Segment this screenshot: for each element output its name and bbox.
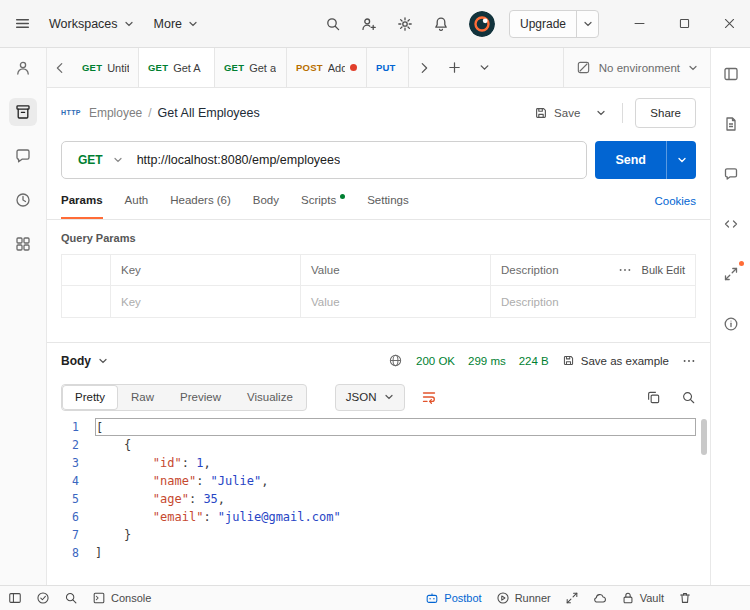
tab-headers[interactable]: Headers(6) (170, 183, 231, 219)
request-title[interactable]: Get All Employees (158, 106, 260, 120)
chevron-down-icon (124, 19, 134, 29)
cloud-agent-button[interactable] (593, 591, 607, 605)
settings-button[interactable] (397, 16, 413, 32)
info-button[interactable] (717, 310, 745, 338)
layout-icon (723, 66, 739, 82)
upgrade-button[interactable]: Upgrade (510, 11, 576, 37)
save-as-example-button[interactable]: Save as example (562, 354, 669, 367)
share-button[interactable]: Share (635, 98, 696, 128)
new-tab-button[interactable] (439, 60, 469, 75)
related-requests-button[interactable] (717, 260, 745, 288)
line-content[interactable]: "age": 35, (95, 490, 696, 508)
line-content[interactable]: "name": "Julie", (95, 472, 696, 490)
cookies-link[interactable]: Cookies (654, 195, 696, 207)
bulk-edit-button[interactable]: Bulk Edit (642, 264, 685, 276)
open-tab-2[interactable]: GETGet A (139, 48, 215, 87)
more-menu[interactable]: More (154, 17, 198, 31)
workspaces-label: Workspaces (49, 17, 118, 31)
breadcrumb-collection[interactable]: Employee (89, 106, 142, 120)
sidebar-collections-button[interactable] (9, 98, 37, 126)
environment-selector[interactable]: No environment (563, 48, 710, 87)
sidebar-comments-button[interactable] (9, 142, 37, 170)
open-tab-1[interactable]: GETUntitl (73, 48, 139, 87)
close-button[interactable] (723, 17, 736, 30)
avatar[interactable] (469, 11, 495, 37)
send-button[interactable]: Send (595, 141, 666, 179)
sidebar-history-button[interactable] (9, 186, 37, 214)
environment-icon (576, 60, 591, 75)
more-options-icon[interactable] (618, 263, 632, 277)
editor-scrollbar[interactable] (701, 419, 707, 455)
capture-requests-button[interactable] (565, 591, 579, 605)
upgrade-options-button[interactable] (576, 11, 598, 37)
line-content[interactable]: { (95, 436, 696, 454)
sidebar-user-button[interactable] (9, 54, 37, 82)
find-button[interactable] (64, 591, 78, 605)
format-dropdown[interactable]: JSON (335, 384, 406, 411)
tab-body[interactable]: Body (253, 183, 279, 219)
response-editor[interactable]: 1[2 {3 "id": 1,4 "name": "Julie",5 "age"… (47, 416, 710, 585)
layout-panel-button[interactable] (717, 60, 745, 88)
send-options-button[interactable] (666, 141, 696, 179)
toggle-sidebar-button[interactable] (8, 591, 22, 605)
tabs-scroll-left-button[interactable] (47, 48, 73, 87)
param-select-cell[interactable] (62, 286, 110, 317)
vault-button[interactable]: Vault (621, 591, 664, 605)
notifications-button[interactable] (433, 16, 449, 32)
tabs-scroll-right-button[interactable] (409, 61, 439, 75)
line-content[interactable]: "id": 1, (95, 454, 696, 472)
copy-icon[interactable] (646, 390, 661, 405)
sidebar-blocks-button[interactable] (9, 230, 37, 258)
line-content[interactable]: ] (95, 544, 696, 562)
request-tab-strip: GETUntitlGETGet AGETGet aPOSTAddPUT No e… (47, 48, 710, 88)
search-button[interactable] (325, 16, 341, 32)
param-value-input[interactable]: Value (300, 286, 490, 317)
tab-settings[interactable]: Settings (367, 183, 409, 219)
param-key-input[interactable]: Key (110, 286, 300, 317)
code-snippet-button[interactable] (717, 210, 745, 238)
line-content[interactable]: } (95, 526, 696, 544)
response-body-selector[interactable]: Body (61, 354, 108, 368)
comments-button[interactable] (717, 160, 745, 188)
view-tab-pretty[interactable]: Pretty (62, 385, 118, 410)
globe-icon[interactable] (388, 353, 403, 368)
line-content[interactable]: "email": "julie@gmail.com" (95, 508, 696, 526)
tab-options-button[interactable] (469, 62, 499, 73)
tab-auth[interactable]: Auth (125, 183, 149, 219)
view-tab-raw[interactable]: Raw (118, 385, 167, 410)
status-check-button[interactable] (36, 591, 50, 605)
trash-button[interactable] (678, 591, 692, 605)
method-selector[interactable]: GET (62, 142, 137, 178)
view-tab-preview[interactable]: Preview (167, 385, 234, 410)
pane-resizer[interactable] (47, 326, 710, 342)
chevron-down-icon (384, 392, 394, 402)
console-button[interactable]: Console (92, 591, 151, 605)
share-label: Share (650, 107, 681, 119)
invite-user-icon (361, 16, 377, 32)
workspaces-menu[interactable]: Workspaces (49, 17, 134, 31)
param-description-input[interactable]: Description (490, 286, 695, 317)
save-button[interactable]: Save (526, 98, 588, 128)
main-menu-button[interactable] (14, 15, 31, 32)
url-input[interactable]: http://localhost:8080/emp/employees (137, 153, 341, 167)
tab-scripts[interactable]: Scripts (301, 183, 345, 219)
tab-params[interactable]: Params (61, 183, 103, 219)
save-options-button[interactable] (592, 98, 610, 128)
runner-button[interactable]: Runner (496, 591, 551, 605)
documentation-button[interactable] (717, 110, 745, 138)
view-tab-visualize[interactable]: Visualize (234, 385, 306, 410)
search-icon[interactable] (681, 390, 696, 405)
maximize-button[interactable] (678, 17, 691, 30)
open-tab-5[interactable]: PUT (367, 48, 409, 87)
postbot-button[interactable]: Postbot (425, 591, 481, 605)
wrap-lines-button[interactable] (421, 389, 437, 405)
response-options-icon[interactable] (682, 354, 696, 368)
line-content[interactable]: [ (95, 418, 696, 436)
open-tab-4[interactable]: POSTAdd (287, 48, 367, 87)
minimize-button[interactable] (633, 17, 646, 30)
open-tab-3[interactable]: GETGet a (215, 48, 287, 87)
response-size[interactable]: 224 B (519, 355, 549, 367)
invite-button[interactable] (361, 16, 377, 32)
status-badge[interactable]: 200 OK (416, 355, 455, 367)
response-time[interactable]: 299 ms (468, 355, 506, 367)
